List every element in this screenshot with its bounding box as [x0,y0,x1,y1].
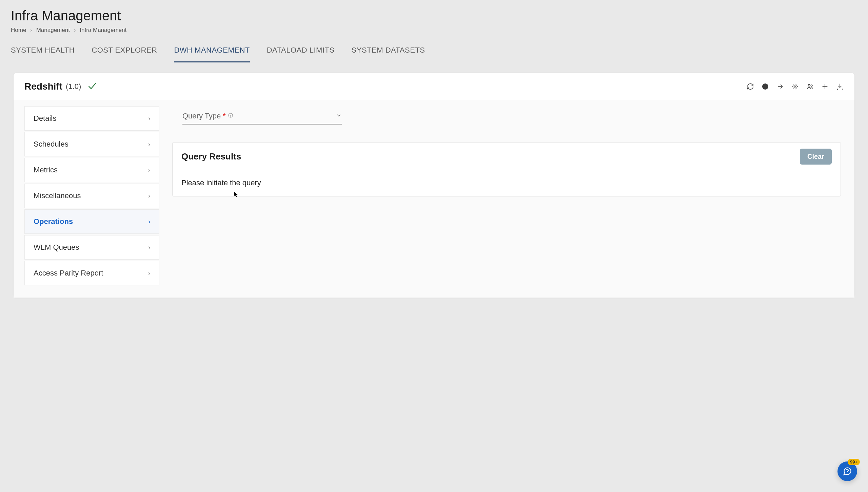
chat-help-button[interactable]: 99+ [837,461,857,481]
page-title: Infra Management [11,8,857,23]
tab-cost-explorer[interactable]: COST EXPLORER [92,38,157,62]
sidebar-item-label: Miscellaneous [34,191,81,200]
download-icon[interactable] [836,83,844,90]
sidebar-item-label: Metrics [34,166,58,174]
check-icon [87,81,97,92]
breadcrumb-current: Infra Management [80,27,126,34]
status-dot-icon[interactable] [762,83,769,90]
chevron-right-icon: › [74,27,76,33]
chevron-right-icon: › [148,141,150,148]
card-header: Redshift (1.0) [14,73,854,100]
sidebar-item-label: Operations [34,217,73,226]
plus-icon[interactable] [821,83,829,90]
sidebar-item-wlm-queues[interactable]: WLM Queues › [24,235,159,260]
sidebar-item-miscellaneous[interactable]: Miscellaneous › [24,184,159,208]
card-version: (1.0) [66,82,81,91]
main-panel: Query Type * Query Results [170,100,844,287]
tab-system-datasets[interactable]: SYSTEM DATASETS [352,38,425,62]
sidebar-item-label: Details [34,114,56,123]
query-results-empty: Please initiate the query [173,171,841,196]
tab-dataload-limits[interactable]: DATALOAD LIMITS [267,38,335,62]
required-asterisk: * [223,112,226,120]
svg-point-1 [811,85,812,87]
top-tabs: SYSTEM HEALTH COST EXPLORER DWH MANAGEME… [0,38,868,63]
chevron-right-icon: › [148,270,150,277]
tab-dwh-management[interactable]: DWH MANAGEMENT [174,38,250,62]
query-type-select[interactable]: Query Type * [182,112,342,125]
sidebar-item-schedules[interactable]: Schedules › [24,132,159,156]
dwh-card: Redshift (1.0) [14,73,854,298]
tab-system-health[interactable]: SYSTEM HEALTH [11,38,75,62]
sidebar-item-label: Schedules [34,140,68,149]
chevron-right-icon: › [148,192,150,200]
arrow-right-icon[interactable] [776,83,784,90]
breadcrumb-management[interactable]: Management [36,27,70,34]
clear-button[interactable]: Clear [800,149,832,165]
chevron-right-icon: › [148,167,150,174]
users-icon[interactable] [806,83,814,90]
info-icon[interactable] [228,113,233,119]
chevron-right-icon: › [148,244,150,251]
sidebar-item-access-parity-report[interactable]: Access Parity Report › [24,261,159,285]
chevron-right-icon: › [30,27,32,33]
chevron-down-icon [336,112,342,120]
chevron-right-icon: › [148,218,150,225]
svg-point-0 [808,84,810,87]
query-results-box: Query Results Clear Please initiate the … [172,142,841,196]
breadcrumb-home[interactable]: Home [11,27,26,34]
sidebar-item-label: Access Parity Report [34,269,103,278]
refresh-icon[interactable] [747,83,754,90]
breadcrumb: Home › Management › Infra Management [11,27,857,34]
sidebar-item-metrics[interactable]: Metrics › [24,158,159,182]
card-sidebar: Details › Schedules › Metrics › Miscella… [24,100,159,287]
chevron-right-icon: › [148,115,150,122]
sidebar-item-details[interactable]: Details › [24,106,159,131]
card-actions [747,83,844,90]
notification-badge: 99+ [848,459,860,465]
card-title: Redshift [24,81,62,92]
sidebar-item-operations[interactable]: Operations › [24,209,159,234]
sidebar-item-label: WLM Queues [34,243,79,252]
query-type-label: Query Type [182,112,221,120]
tools-icon[interactable] [791,83,799,90]
query-results-title: Query Results [181,151,241,162]
